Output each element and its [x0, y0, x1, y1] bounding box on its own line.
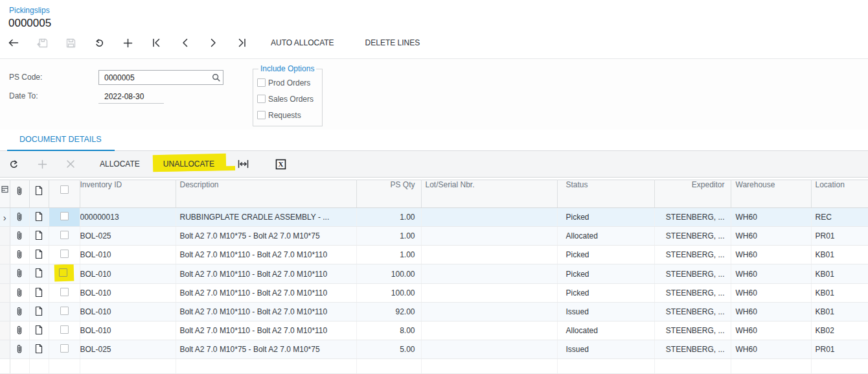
- note-column-icon[interactable]: [29, 180, 49, 208]
- col-header-warehouse[interactable]: Warehouse: [731, 180, 811, 208]
- cell-inventory-id[interactable]: BOL-025: [80, 340, 176, 359]
- date-to-input[interactable]: 2022-08-30: [98, 89, 164, 104]
- sales-orders-option[interactable]: Sales Orders: [257, 91, 319, 107]
- ps-code-input[interactable]: [99, 73, 210, 82]
- table-row[interactable]: BOL-010 Bolt A2 7.0 M10*110 - Bolt A2 7.…: [0, 284, 868, 303]
- col-header-inventory-id[interactable]: Inventory ID: [80, 180, 176, 208]
- cell-ps-qty[interactable]: 8.00: [356, 321, 421, 340]
- note-icon[interactable]: [29, 284, 49, 303]
- table-row[interactable]: BOL-025 Bolt A2 7.0 M10*75 - Bolt A2 7.0…: [0, 227, 868, 246]
- cell-location[interactable]: KB01: [811, 303, 868, 321]
- cell-ps-qty[interactable]: 92.00: [356, 303, 421, 321]
- prod-orders-option[interactable]: Prod Orders: [257, 75, 319, 91]
- go-previous-icon[interactable]: [175, 33, 194, 53]
- col-header-location[interactable]: Location: [811, 180, 868, 208]
- cell-ps-qty[interactable]: 1.00: [356, 208, 421, 227]
- cell-lot-serial[interactable]: [421, 321, 557, 340]
- row-checkbox[interactable]: [49, 227, 80, 246]
- cell-ps-qty[interactable]: 100.00: [356, 264, 421, 284]
- cell-inventory-id[interactable]: BOL-010: [80, 321, 176, 340]
- go-last-icon[interactable]: [232, 33, 251, 53]
- attachment-icon[interactable]: [10, 246, 29, 264]
- go-first-icon[interactable]: [146, 33, 166, 53]
- cell-warehouse[interactable]: WH60: [731, 321, 811, 340]
- cell-lot-serial[interactable]: [421, 246, 557, 264]
- unallocate-button[interactable]: UNALLOCATE: [157, 156, 221, 172]
- cell-status[interactable]: Issued: [557, 303, 654, 321]
- cell-lot-serial[interactable]: [421, 303, 557, 321]
- cell-ps-qty[interactable]: 100.00: [356, 284, 421, 303]
- add-icon[interactable]: [118, 33, 137, 53]
- cell-status[interactable]: Picked: [557, 208, 654, 227]
- row-checkbox[interactable]: [49, 208, 80, 227]
- attachment-icon[interactable]: [10, 227, 29, 246]
- cell-warehouse[interactable]: WH60: [731, 246, 811, 264]
- cell-location[interactable]: REC: [811, 208, 868, 227]
- cell-description[interactable]: RUBBINGPLATE CRADLE ASSEMBLY - ...: [176, 208, 356, 227]
- attachment-icon[interactable]: [10, 264, 29, 284]
- cell-inventory-id[interactable]: 000000013: [80, 208, 176, 227]
- row-checkbox[interactable]: [49, 321, 80, 340]
- fit-width-icon[interactable]: [234, 154, 253, 174]
- cell-inventory-id[interactable]: BOL-010: [80, 246, 176, 264]
- note-icon[interactable]: [29, 264, 49, 284]
- cell-ps-qty[interactable]: 1.00: [356, 227, 421, 246]
- cell-inventory-id[interactable]: BOL-025: [80, 227, 176, 246]
- table-row[interactable]: BOL-010 Bolt A2 7.0 M10*110 - Bolt A2 7.…: [0, 303, 868, 321]
- cell-status[interactable]: Allocated: [557, 227, 654, 246]
- grid-settings-icon[interactable]: [0, 180, 10, 208]
- cell-status[interactable]: Picked: [557, 246, 654, 264]
- requests-option[interactable]: Requests: [257, 107, 319, 123]
- delete-row-icon[interactable]: [61, 154, 80, 174]
- cell-ps-qty[interactable]: 1.00: [356, 246, 421, 264]
- cell-lot-serial[interactable]: [421, 208, 557, 227]
- cell-status[interactable]: Allocated: [557, 321, 654, 340]
- cell-location[interactable]: KB01: [811, 264, 868, 284]
- note-icon[interactable]: [29, 303, 49, 321]
- cell-expeditor[interactable]: STEENBERG, ...: [654, 284, 731, 303]
- row-checkbox[interactable]: [49, 246, 80, 264]
- sales-orders-checkbox[interactable]: [257, 95, 266, 103]
- note-icon[interactable]: [29, 340, 49, 359]
- cell-expeditor[interactable]: STEENBERG, ...: [654, 208, 731, 227]
- cell-inventory-id[interactable]: BOL-010: [80, 264, 176, 284]
- table-row[interactable]: BOL-010 Bolt A2 7.0 M10*110 - Bolt A2 7.…: [0, 246, 868, 264]
- note-icon[interactable]: [29, 246, 49, 264]
- col-header-lot-serial[interactable]: Lot/Serial Nbr.: [421, 180, 557, 208]
- cell-description[interactable]: Bolt A2 7.0 M10*110 - Bolt A2 7.0 M10*11…: [176, 284, 356, 303]
- cell-warehouse[interactable]: WH60: [731, 227, 811, 246]
- breadcrumb-link[interactable]: Pickingslips: [9, 6, 50, 15]
- cell-description[interactable]: Bolt A2 7.0 M10*110 - Bolt A2 7.0 M10*11…: [176, 321, 356, 340]
- cell-location[interactable]: KB01: [811, 284, 868, 303]
- cell-warehouse[interactable]: WH60: [731, 264, 811, 284]
- cell-description[interactable]: Bolt A2 7.0 M10*110 - Bolt A2 7.0 M10*11…: [176, 246, 356, 264]
- note-icon[interactable]: [29, 321, 49, 340]
- cell-lot-serial[interactable]: [421, 227, 557, 246]
- cell-lot-serial[interactable]: [421, 284, 557, 303]
- cell-status[interactable]: Issued: [557, 340, 654, 359]
- auto-allocate-button[interactable]: AUTO ALLOCATE: [264, 34, 341, 51]
- cell-inventory-id[interactable]: BOL-010: [80, 303, 176, 321]
- col-header-ps-qty[interactable]: PS Qty: [356, 180, 421, 208]
- cell-warehouse[interactable]: WH60: [731, 208, 811, 227]
- cell-location[interactable]: KB01: [811, 246, 868, 264]
- export-excel-icon[interactable]: X: [271, 154, 291, 174]
- note-icon[interactable]: [29, 208, 49, 227]
- note-icon[interactable]: [29, 227, 49, 246]
- cell-expeditor[interactable]: STEENBERG, ...: [654, 246, 731, 264]
- cell-ps-qty[interactable]: 5.00: [356, 340, 421, 359]
- cell-expeditor[interactable]: STEENBERG, ...: [654, 227, 731, 246]
- add-row-icon[interactable]: [32, 154, 52, 174]
- cell-lot-serial[interactable]: [421, 340, 557, 359]
- cell-description[interactable]: Bolt A2 7.0 M10*75 - Bolt A2 7.0 M10*75: [176, 340, 356, 359]
- attachment-icon[interactable]: [10, 303, 29, 321]
- cell-expeditor[interactable]: STEENBERG, ...: [654, 340, 731, 359]
- cell-status[interactable]: Picked: [557, 284, 654, 303]
- cell-warehouse[interactable]: WH60: [731, 340, 811, 359]
- table-row[interactable]: › 000000013 RUBBINGPLATE CRADLE ASSEMBLY…: [0, 208, 868, 227]
- cell-description[interactable]: Bolt A2 7.0 M10*75 - Bolt A2 7.0 M10*75: [176, 227, 356, 246]
- attachment-column-icon[interactable]: [10, 180, 29, 208]
- row-checkbox[interactable]: [49, 284, 80, 303]
- cell-warehouse[interactable]: WH60: [731, 284, 811, 303]
- save-icon[interactable]: [61, 33, 80, 53]
